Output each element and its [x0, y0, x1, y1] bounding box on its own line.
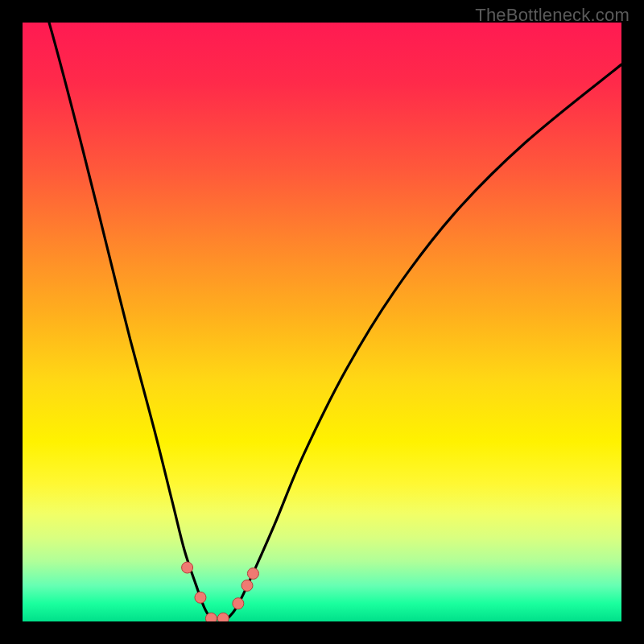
plot-area: [23, 23, 621, 621]
curve-marker: [205, 613, 217, 621]
curve-svg: [23, 23, 621, 621]
curve-marker: [217, 613, 229, 621]
curve-marker: [233, 598, 244, 609]
curve-marker: [247, 568, 258, 579]
curve-marker: [242, 580, 253, 591]
bottleneck-curve: [23, 23, 621, 621]
curve-markers: [182, 562, 259, 621]
chart-frame: TheBottleneck.com: [0, 0, 644, 644]
curve-marker: [195, 592, 206, 603]
curve-marker: [182, 562, 193, 573]
